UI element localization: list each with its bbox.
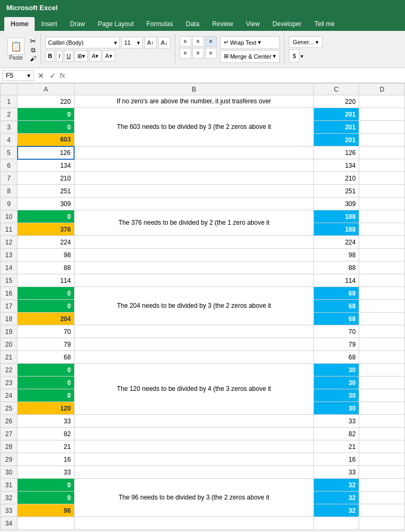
- cell-c-14[interactable]: 88: [313, 261, 359, 274]
- cell-a-4[interactable]: 603: [18, 134, 75, 146]
- cell-d-14[interactable]: [359, 261, 405, 274]
- row-header-9[interactable]: 9: [1, 198, 18, 210]
- row-header-12[interactable]: 12: [1, 236, 18, 249]
- cell-b-8[interactable]: [74, 185, 313, 198]
- italic-button[interactable]: I: [56, 50, 63, 62]
- cell-a-29[interactable]: 16: [18, 453, 75, 466]
- row-header-20[interactable]: 20: [1, 338, 18, 351]
- cell-a-31[interactable]: 0: [18, 479, 75, 492]
- cell-d-13[interactable]: [359, 249, 405, 261]
- row-header-18[interactable]: 18: [1, 313, 18, 325]
- cell-c-29[interactable]: 16: [313, 453, 359, 466]
- cell-b-15[interactable]: [74, 274, 313, 287]
- cell-a-27[interactable]: 82: [18, 428, 75, 440]
- formula-input[interactable]: [67, 72, 403, 79]
- bold-button[interactable]: B: [45, 50, 55, 62]
- cell-c-31[interactable]: 32: [313, 479, 359, 492]
- underline-button[interactable]: U: [64, 50, 74, 62]
- row-header-2[interactable]: 2: [1, 108, 18, 121]
- col-header-d[interactable]: D: [359, 84, 405, 95]
- cell-a-17[interactable]: 0: [18, 300, 75, 313]
- fill-color-button[interactable]: A▾: [89, 50, 101, 62]
- row-header-27[interactable]: 27: [1, 428, 18, 440]
- ribbon-tab-data[interactable]: Data: [180, 17, 206, 31]
- cell-b-31[interactable]: The 96 needs to be divided by 3 (the 2 z…: [74, 479, 313, 517]
- currency-button[interactable]: $: [289, 50, 299, 62]
- font-color-button[interactable]: A▾: [102, 50, 115, 62]
- align-bottom-left-button[interactable]: ≡: [180, 48, 191, 59]
- cell-b-28[interactable]: [74, 440, 313, 453]
- cell-d-18[interactable]: [359, 313, 405, 325]
- cell-c-1[interactable]: 220: [313, 95, 359, 108]
- cell-c-28[interactable]: 21: [313, 440, 359, 453]
- cell-c-12[interactable]: 224: [313, 236, 359, 249]
- cell-d-2[interactable]: [359, 108, 405, 121]
- cell-c-3[interactable]: 201: [313, 121, 359, 134]
- cell-d-34[interactable]: [359, 517, 405, 530]
- cell-a-21[interactable]: 68: [18, 351, 75, 364]
- cell-a-8[interactable]: 251: [18, 185, 75, 198]
- cell-b-22[interactable]: The 120 needs to be divided by 4 (the 3 …: [74, 364, 313, 415]
- cell-d-24[interactable]: [359, 389, 405, 402]
- row-header-1[interactable]: 1: [1, 95, 18, 108]
- cell-a-24[interactable]: 0: [18, 389, 75, 402]
- ribbon-tab-formulas[interactable]: Formulas: [140, 17, 180, 31]
- ribbon-tab-home[interactable]: Home: [4, 17, 35, 31]
- paste-button[interactable]: 📋 Paste: [4, 37, 28, 62]
- cell-d-26[interactable]: [359, 415, 405, 428]
- cell-a-32[interactable]: 0: [18, 492, 75, 504]
- cell-d-22[interactable]: [359, 364, 405, 377]
- cell-a-28[interactable]: 21: [18, 440, 75, 453]
- cell-c-13[interactable]: 98: [313, 249, 359, 261]
- cell-c-26[interactable]: 33: [313, 415, 359, 428]
- row-header-4[interactable]: 4: [1, 134, 18, 146]
- row-header-28[interactable]: 28: [1, 440, 18, 453]
- cell-c-4[interactable]: 201: [313, 134, 359, 146]
- ribbon-tab-page-layout[interactable]: Page Layout: [91, 17, 140, 31]
- cell-a-19[interactable]: 70: [18, 325, 75, 338]
- cell-c-6[interactable]: 134: [313, 159, 359, 172]
- row-header-8[interactable]: 8: [1, 185, 18, 198]
- cell-c-8[interactable]: 251: [313, 185, 359, 198]
- col-header-b[interactable]: B: [74, 84, 313, 95]
- ribbon-tab-insert[interactable]: Insert: [35, 17, 63, 31]
- row-header-17[interactable]: 17: [1, 300, 18, 313]
- border-button[interactable]: ⊞▾: [75, 50, 88, 62]
- cell-d-10[interactable]: [359, 210, 405, 223]
- cell-d-16[interactable]: [359, 287, 405, 300]
- cell-a-1[interactable]: 220: [18, 95, 75, 108]
- row-header-29[interactable]: 29: [1, 453, 18, 466]
- cell-d-17[interactable]: [359, 300, 405, 313]
- cell-a-30[interactable]: 33: [18, 466, 75, 479]
- cell-d-20[interactable]: [359, 338, 405, 351]
- cell-c-20[interactable]: 79: [313, 338, 359, 351]
- ribbon-tab-tell-me[interactable]: Tell me: [308, 17, 341, 31]
- cell-c-34[interactable]: [313, 517, 359, 530]
- cell-c-17[interactable]: 68: [313, 300, 359, 313]
- cell-b-34[interactable]: [74, 517, 313, 530]
- cell-b-13[interactable]: [74, 249, 313, 261]
- cell-b-19[interactable]: [74, 325, 313, 338]
- increase-font-button[interactable]: A↑: [144, 37, 157, 48]
- cell-a-3[interactable]: 0: [18, 121, 75, 134]
- cell-a-22[interactable]: 0: [18, 364, 75, 377]
- decrease-font-button[interactable]: A↓: [158, 37, 171, 48]
- cell-d-31[interactable]: [359, 479, 405, 492]
- cell-d-12[interactable]: [359, 236, 405, 249]
- cell-c-30[interactable]: 33: [313, 466, 359, 479]
- row-header-24[interactable]: 24: [1, 389, 18, 402]
- cell-c-27[interactable]: 82: [313, 428, 359, 440]
- cell-c-16[interactable]: 68: [313, 287, 359, 300]
- cell-b-26[interactable]: [74, 415, 313, 428]
- cell-a-18[interactable]: 204: [18, 313, 75, 325]
- cell-d-21[interactable]: [359, 351, 405, 364]
- cell-d-15[interactable]: [359, 274, 405, 287]
- cell-d-11[interactable]: [359, 223, 405, 236]
- cell-b-16[interactable]: The 204 needs to be divided by 3 (the 2 …: [74, 287, 313, 325]
- cell-a-13[interactable]: 98: [18, 249, 75, 261]
- row-header-32[interactable]: 32: [1, 492, 18, 504]
- col-header-a[interactable]: A: [18, 84, 75, 95]
- cell-b-5[interactable]: [74, 146, 313, 159]
- row-header-6[interactable]: 6: [1, 159, 18, 172]
- format-painter-button[interactable]: 🖌: [30, 55, 36, 62]
